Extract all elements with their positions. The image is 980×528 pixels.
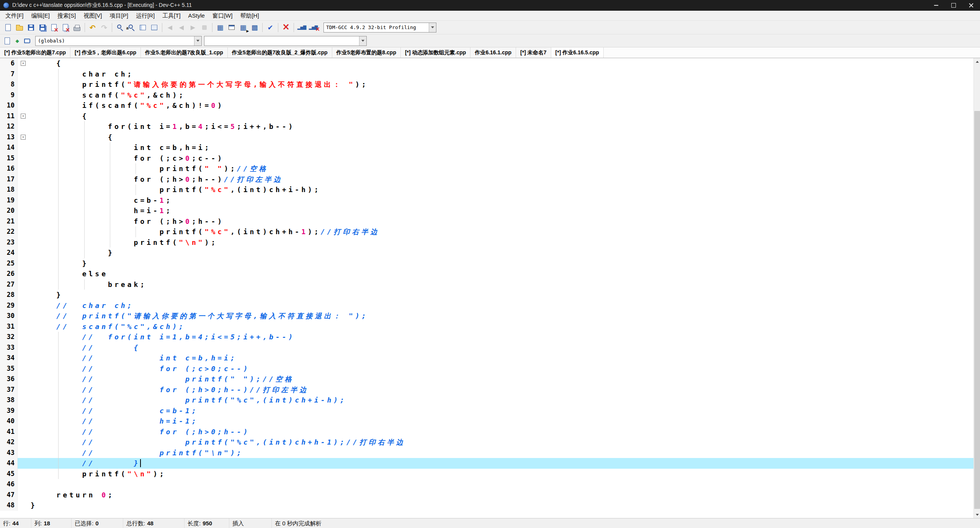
code-line[interactable]: 30 // printf("请输入你要的第一个大写字母,输入不符直接退出： ")…	[0, 311, 973, 321]
menu-item[interactable]: 运行[R]	[132, 11, 158, 20]
code-line[interactable]: 45 printf("\n");	[0, 469, 973, 479]
code-line[interactable]: 25 }	[0, 258, 973, 269]
code-line[interactable]: 32 // for(int i=1,b=4;i<=5;i++,b--)	[0, 332, 973, 342]
editor-tab[interactable]: [*] 作业5，老师出题6.cpp	[70, 47, 141, 58]
code-line[interactable]: 24 }	[0, 248, 973, 258]
chevron-down-icon[interactable]	[194, 36, 201, 46]
redo-icon[interactable]: ↷	[99, 22, 109, 33]
editor-tab[interactable]: [*] 作业5老师出的题7.cpp	[0, 47, 70, 58]
code-line[interactable]: 19 c=b-1;	[0, 195, 973, 206]
code-line[interactable]: 44 // }	[0, 458, 973, 469]
editor-tab[interactable]: [*] 动态添加数组元素.cpp	[401, 47, 470, 58]
profile-analysis-icon[interactable]: ▂▅▇	[296, 22, 307, 33]
fold-marker[interactable]: -	[21, 135, 26, 140]
code-line[interactable]: 34 // int c=b,h=i;	[0, 353, 973, 363]
minimize-button[interactable]	[927, 0, 945, 11]
class-browser-icon[interactable]	[23, 36, 32, 46]
compile-icon[interactable]: ▦	[215, 22, 225, 33]
next-icon[interactable]: ▶	[188, 22, 198, 33]
compile-run-icon[interactable]: ▦	[238, 22, 248, 33]
menu-item[interactable]: 工具[T]	[158, 11, 185, 20]
new-source-icon[interactable]	[3, 22, 13, 33]
syntax-check-icon[interactable]: ✔	[265, 22, 276, 33]
menu-item[interactable]: 搜索[S]	[54, 11, 80, 20]
editor-tab[interactable]: [*] 作业6.16.5.cpp	[551, 47, 604, 58]
fold-marker[interactable]: -	[21, 61, 26, 66]
menu-item[interactable]: 窗口[W]	[209, 11, 237, 20]
code-editor[interactable]: 6- {7 char ch;8 printf("请输入你要的第一个大写字母,输入…	[0, 58, 980, 518]
code-line[interactable]: 6- {	[0, 58, 973, 69]
code-line[interactable]: 38 // printf("%c",(int)ch+i-h);	[0, 395, 973, 406]
code-line[interactable]: 11- {	[0, 111, 973, 122]
goto-function-icon[interactable]	[137, 22, 148, 33]
menu-item[interactable]: 项目[P]	[106, 11, 132, 20]
menu-item[interactable]: 视图[V]	[80, 11, 106, 20]
code-line[interactable]: 26 else	[0, 269, 973, 279]
code-line[interactable]: 40 // h=i-1;	[0, 416, 973, 427]
code-line[interactable]: 18 printf("%c",(int)ch+i-h);	[0, 184, 973, 195]
code-line[interactable]: 9 scanf("%c",&ch);	[0, 90, 973, 101]
code-line[interactable]: 23 printf("\n");	[0, 237, 973, 248]
code-line[interactable]: 43 // printf("\n");	[0, 448, 973, 458]
editor-tab[interactable]: 作业6.16.1.cpp	[470, 47, 516, 58]
editor-tab[interactable]: 作业5.老师出的题7改良版_1.cpp	[141, 47, 228, 58]
close-button[interactable]	[962, 0, 980, 11]
code-line[interactable]: 16 printf(" ");//空格	[0, 163, 973, 174]
code-line[interactable]: 29 // char ch;	[0, 300, 973, 311]
code-line[interactable]: 46	[0, 479, 973, 490]
scroll-down-icon[interactable]	[974, 512, 980, 518]
code-line[interactable]: 31 // scanf("%c",&ch);	[0, 321, 973, 332]
open-file-icon[interactable]	[14, 22, 25, 33]
back-icon[interactable]: ◀	[165, 22, 175, 33]
record-icon[interactable]	[199, 22, 210, 33]
print-icon[interactable]	[72, 22, 82, 33]
editor-tab[interactable]: [*] 未命名7	[516, 47, 551, 58]
code-line[interactable]: 21 for (;h>0;h--)	[0, 216, 973, 227]
editor-lines[interactable]: 6- {7 char ch;8 printf("请输入你要的第一个大写字母,输入…	[0, 58, 973, 518]
file-structure-icon[interactable]	[3, 36, 12, 46]
close-all-icon[interactable]	[60, 22, 71, 33]
undo-icon[interactable]: ↶	[87, 22, 98, 33]
rebuild-all-icon[interactable]: ▩	[249, 22, 260, 33]
maximize-button[interactable]	[945, 0, 962, 11]
fold-marker[interactable]: -	[21, 114, 26, 119]
code-line[interactable]: 33 // {	[0, 342, 973, 353]
code-line[interactable]: 20 h=i-1;	[0, 205, 973, 216]
scope-select[interactable]: (globals)	[35, 36, 202, 46]
code-line[interactable]: 27 break;	[0, 279, 973, 290]
chevron-down-icon[interactable]	[359, 36, 366, 46]
code-line[interactable]: 36 // printf(" ");//空格	[0, 374, 973, 385]
code-line[interactable]: 15 for (;c>0;c--)	[0, 153, 973, 164]
compiler-select[interactable]: TDM-GCC 4.9.2 32-bit Profiling	[323, 23, 436, 33]
abort-compilation-icon[interactable]: ×	[281, 22, 291, 33]
editor-tab[interactable]: 作业5老师布置的题8.cpp	[332, 47, 401, 58]
save-icon[interactable]	[26, 22, 36, 33]
code-line[interactable]: 8 printf("请输入你要的第一个大写字母,输入不符直接退出： ");	[0, 79, 973, 90]
code-line[interactable]: 14 int c=b,h=i;	[0, 142, 973, 153]
save-all-icon[interactable]	[37, 22, 48, 33]
code-line[interactable]: 28 }	[0, 290, 973, 300]
delete-profiling-icon[interactable]: ▂▅▇	[308, 22, 318, 33]
code-line[interactable]: 48}	[0, 500, 973, 511]
code-line[interactable]: 42 // printf("%c",(int)ch+h-1);//打印右半边	[0, 437, 973, 448]
sync-class-browser-icon[interactable]: ◆	[13, 36, 22, 46]
find-icon[interactable]	[114, 22, 125, 33]
code-line[interactable]: 7 char ch;	[0, 69, 973, 80]
code-line[interactable]: 41 // for (;h>0;h--)	[0, 427, 973, 437]
code-line[interactable]: 47 return 0;	[0, 490, 973, 500]
chevron-down-icon[interactable]	[429, 23, 436, 32]
code-line[interactable]: 10 if(scanf("%c",&ch)!=0)	[0, 100, 973, 111]
scroll-up-icon[interactable]	[974, 58, 980, 65]
editor-tab[interactable]: 作业5老师出的题7改良版_2_爆炸版.cpp	[228, 47, 332, 58]
menu-item[interactable]: AStyle	[185, 11, 209, 20]
previous-icon[interactable]: ◀	[176, 22, 187, 33]
view-shortcuts-icon[interactable]	[149, 22, 160, 33]
code-line[interactable]: 37 // for (;h>0;h--)//打印左半边	[0, 385, 973, 395]
code-line[interactable]: 39 // c=b-1;	[0, 406, 973, 416]
vertical-scrollbar[interactable]	[973, 58, 980, 518]
replace-icon[interactable]	[126, 22, 137, 33]
code-line[interactable]: 12 for(int i=1,b=4;i<=5;i++,b--)	[0, 121, 973, 132]
code-line[interactable]: 35 // for (;c>0;c--)	[0, 363, 973, 374]
menu-item[interactable]: 编辑[E]	[28, 11, 54, 20]
run-icon[interactable]	[226, 22, 237, 33]
